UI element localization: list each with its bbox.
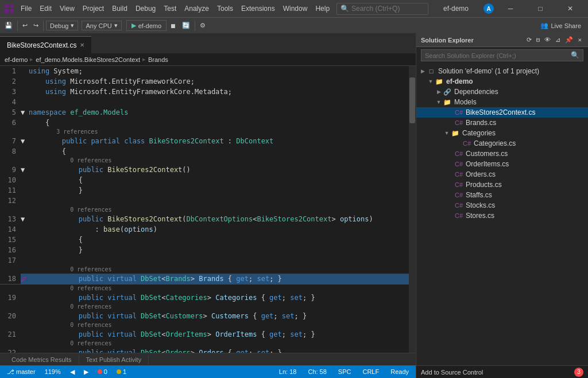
tree-file-brands[interactable]: C# Brands.cs: [416, 118, 588, 128]
title-search-box[interactable]: 🔍: [336, 3, 428, 15]
scroll-thumb[interactable]: [409, 77, 415, 123]
add-to-source-control-btn[interactable]: Add to Source Control: [421, 369, 570, 376]
navigate-forward[interactable]: ▶: [82, 368, 91, 376]
error-count[interactable]: 0: [95, 368, 110, 375]
code-editor[interactable]: 1 using System; 2 using Microsoft.Entity…: [0, 66, 416, 353]
tree-solution[interactable]: ▶ □ Solution 'ef-demo' (1 of 1 project): [416, 66, 588, 76]
menu-file[interactable]: File: [17, 3, 35, 14]
restore-button[interactable]: □: [527, 0, 554, 17]
menu-extensions[interactable]: Extensions: [238, 3, 278, 14]
cursor-col[interactable]: Ch: 58: [305, 368, 328, 375]
svg-rect-0: [5, 4, 9, 8]
tree-file-orders[interactable]: C# Orders.cs: [416, 169, 588, 180]
code-line-9: 9 ▼ public BikeStores2Context(): [0, 165, 409, 175]
close-button[interactable]: ✕: [557, 0, 583, 17]
se-pin-btn[interactable]: 📌: [563, 36, 575, 44]
toolbar-save-btn[interactable]: 💾: [2, 21, 15, 30]
tree-file-stocks[interactable]: C# Stocks.cs: [416, 200, 588, 211]
bottom-tab-text-publish[interactable]: Text Publish Activity: [79, 355, 149, 364]
restart-btn[interactable]: 🔄: [180, 21, 192, 30]
tree-file-stores[interactable]: C# Stores.cs: [416, 211, 588, 221]
tab-bikestores2context[interactable]: BikeStores2Context.cs ✕: [0, 36, 91, 53]
title-bar: File Edit View Project Build Debug Test …: [0, 0, 588, 17]
warning-count[interactable]: 1: [114, 368, 129, 375]
vertical-scrollbar[interactable]: [409, 66, 416, 353]
se-show-all-btn[interactable]: 👁: [543, 36, 552, 44]
chevron-icon: ▶: [435, 89, 443, 95]
title-search-input[interactable]: [351, 5, 420, 13]
tree-models-folder[interactable]: ▼ 📁 Models: [416, 97, 588, 107]
menu-analyze[interactable]: Analyze: [181, 3, 212, 14]
navigate-back[interactable]: ◀: [68, 368, 77, 376]
se-collapse-btn[interactable]: ⊟: [535, 36, 542, 44]
git-branch-label: master: [16, 368, 36, 375]
tree-file-bikestores2context[interactable]: C# BikeStores2Context.cs: [416, 107, 588, 118]
toolbar-extra-btns[interactable]: ⚙: [198, 21, 208, 30]
cs-icon: C#: [454, 212, 463, 220]
tree-file-customers[interactable]: C# Customers.cs: [416, 149, 588, 159]
menu-window[interactable]: Window: [280, 3, 311, 14]
se-sync-btn[interactable]: ⟳: [525, 36, 533, 44]
encoding[interactable]: SPC: [336, 368, 354, 375]
toolbar-redo-btn[interactable]: ↪: [31, 21, 41, 30]
cs-icon: C#: [454, 150, 463, 158]
tree-file-products[interactable]: C# Products.cs: [416, 180, 588, 190]
code-body-15: {: [29, 235, 409, 245]
se-close-btn[interactable]: ✕: [576, 36, 583, 44]
tab-close-icon[interactable]: ✕: [80, 42, 84, 48]
run-button[interactable]: ▶ ef-demo: [126, 20, 167, 31]
minimize-button[interactable]: ─: [497, 0, 524, 17]
menu-view[interactable]: View: [56, 3, 78, 14]
tree-project-efdemo[interactable]: ▼ 📁 ef-demo: [416, 76, 588, 87]
se-filter-btn[interactable]: ⊿: [554, 36, 562, 44]
code-line-16: 16 }: [0, 245, 409, 255]
status-bar: ⎇ master 119% ◀ ▶ 0 1 Ln:: [0, 365, 416, 378]
line-number-3: 3: [0, 87, 21, 97]
breadcrumb-project[interactable]: ef-demo: [5, 56, 28, 63]
zoom-value: 119%: [45, 368, 61, 375]
menu-edit[interactable]: Edit: [36, 3, 55, 14]
svg-rect-2: [5, 9, 9, 13]
se-search-box[interactable]: 🔍: [421, 49, 583, 61]
breadcrumb-namespace[interactable]: ef_demo.Models.BikeStores2Context: [36, 56, 140, 63]
cursor-line[interactable]: Ln: 18: [277, 368, 299, 375]
code-line-17: 17: [0, 255, 409, 266]
line-number-10: 10: [0, 175, 21, 185]
menu-help[interactable]: Help: [312, 3, 333, 14]
menu-build[interactable]: Build: [109, 3, 131, 14]
hint-line-7: 3 references: [0, 128, 409, 136]
menu-tools[interactable]: Tools: [214, 3, 237, 14]
tree-file-categories[interactable]: C# Categories.cs: [416, 138, 588, 149]
platform-dropdown[interactable]: Any CPU ▾: [82, 21, 121, 30]
stop-btn[interactable]: ⏹: [168, 21, 179, 30]
solution-icon: □: [427, 67, 436, 75]
bottom-tab-code-metrics[interactable]: Code Metrics Results: [5, 355, 79, 364]
tree-file-staffs[interactable]: C# Staffs.cs: [416, 190, 588, 200]
code-scroll-area[interactable]: 1 using System; 2 using Microsoft.Entity…: [0, 66, 409, 353]
menu-test[interactable]: Test: [160, 3, 180, 14]
menu-debug[interactable]: Debug: [132, 3, 159, 14]
se-search-input[interactable]: [425, 52, 568, 59]
code-line-15: 15 {: [0, 235, 409, 245]
live-share-button[interactable]: 👥 Live Share: [536, 21, 586, 30]
toolbar-undo-btn[interactable]: ↩: [20, 21, 30, 30]
tree-dependencies[interactable]: ▶ 🔗 Dependencies: [416, 87, 588, 97]
se-bottom: Add to Source Control 3: [416, 365, 588, 378]
line-number-9: 9: [0, 165, 21, 175]
code-body-7: public partial class BikeStores2Context …: [29, 136, 409, 146]
line-ending[interactable]: CRLF: [360, 368, 381, 375]
debug-config-dropdown[interactable]: Debug ▾: [46, 21, 78, 30]
run-label: ef-demo: [138, 22, 161, 29]
cs-icon: C#: [454, 119, 463, 127]
hint-line-19: 0 references: [0, 285, 409, 293]
code-line-12: 12: [0, 196, 409, 206]
git-branch[interactable]: ⎇ master: [5, 368, 38, 376]
cs-icon: C#: [454, 160, 463, 168]
breadcrumb-member[interactable]: Brands: [148, 56, 168, 63]
zoom-level[interactable]: 119%: [42, 368, 63, 375]
line-number-14: 14: [0, 224, 21, 235]
tree-file-orderitems[interactable]: C# OrderItems.cs: [416, 159, 588, 169]
status-right: Ln: 18 Ch: 58 SPC CRLF Ready: [277, 368, 411, 375]
menu-project[interactable]: Project: [79, 3, 107, 14]
tree-categories-folder[interactable]: ▼ 📁 Categories: [416, 128, 588, 138]
